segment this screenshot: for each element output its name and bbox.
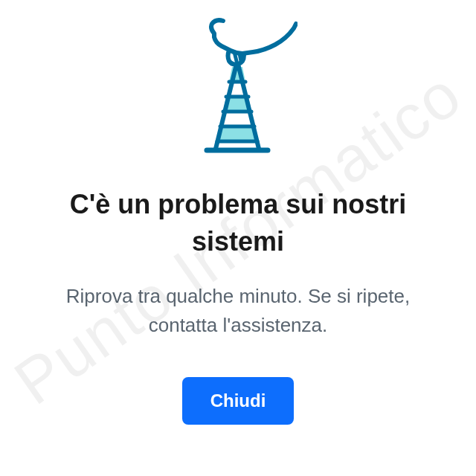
hand-cone-icon: [178, 15, 298, 164]
error-title: C'è un problema sui nostri sistemi: [30, 186, 446, 261]
close-button[interactable]: Chiudi: [182, 377, 295, 425]
error-subtitle: Riprova tra qualche minuto. Se si ripete…: [30, 282, 446, 340]
